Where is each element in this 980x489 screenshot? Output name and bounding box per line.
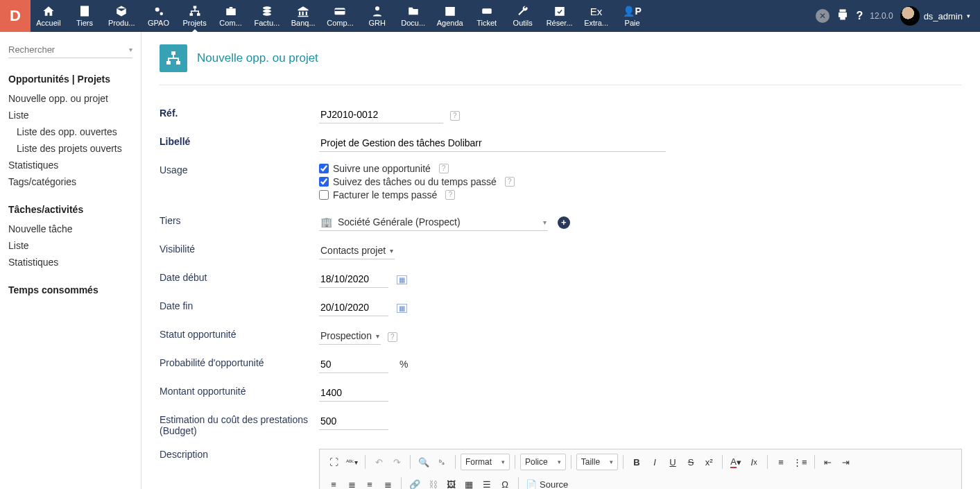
nav-tiers[interactable]: Tiers bbox=[67, 0, 103, 32]
sidebar-item-task-stats[interactable]: Statistiques bbox=[8, 254, 132, 271]
rte-unlink-icon[interactable]: ⛓ bbox=[424, 476, 441, 489]
rte-align-justify-icon[interactable]: ≣ bbox=[379, 476, 396, 489]
nav-facturation[interactable]: Factu... bbox=[249, 0, 286, 32]
nav-commercial[interactable]: Com... bbox=[213, 0, 249, 32]
nav-produits[interactable]: Produ... bbox=[103, 0, 141, 32]
rich-text-editor: ⛶ ᴬᴮᶜ▾ ↶ ↷ 🔍 ᵇₐ Format▾ Police▾ bbox=[319, 449, 962, 489]
statut-value: Prospection bbox=[320, 330, 372, 341]
nav-reservation[interactable]: Réser... bbox=[541, 0, 578, 32]
usage-opportunity-checkbox[interactable] bbox=[319, 164, 329, 173]
sidebar-item-list[interactable]: Liste bbox=[8, 107, 132, 123]
rte-undo-icon[interactable]: ↶ bbox=[370, 454, 387, 470]
user-menu[interactable]: ds_admin ▾ bbox=[900, 6, 970, 26]
nav-accueil[interactable]: Accueil bbox=[31, 0, 67, 32]
rte-numbered-list-icon[interactable]: ≡ bbox=[773, 454, 789, 470]
libelle-input[interactable] bbox=[319, 135, 666, 152]
home-icon bbox=[42, 5, 55, 17]
rte-strike-icon[interactable]: S bbox=[682, 454, 699, 470]
sidebar-item-open-proj[interactable]: Liste des projets ouverts bbox=[8, 140, 132, 157]
rte-remove-format-icon[interactable]: Ix bbox=[746, 454, 762, 470]
sidebar-item-open-opp[interactable]: Liste des opp. ouvertes bbox=[8, 123, 132, 140]
nav-label: Extra... bbox=[584, 19, 608, 27]
nav-agenda[interactable]: Agenda bbox=[431, 0, 469, 32]
rte-indent-icon[interactable]: ⇥ bbox=[838, 454, 854, 470]
nav-label: Paie bbox=[625, 19, 640, 27]
rte-superscript-icon[interactable]: x² bbox=[700, 454, 717, 470]
rte-replace-icon[interactable]: ᵇₐ bbox=[433, 454, 450, 470]
svg-point-11 bbox=[375, 6, 379, 10]
bug-icon[interactable]: ✕ bbox=[816, 9, 829, 23]
rte-align-left-icon[interactable]: ≡ bbox=[325, 476, 342, 489]
date-fin-input[interactable] bbox=[319, 299, 388, 316]
usage-tasks-checkbox[interactable] bbox=[319, 177, 329, 187]
add-tiers-button[interactable]: + bbox=[558, 216, 570, 229]
rte-bold-icon[interactable]: B bbox=[628, 454, 645, 470]
chevron-down-icon[interactable]: ▾ bbox=[129, 46, 132, 53]
rte-special-char-icon[interactable]: Ω bbox=[497, 476, 513, 489]
rte-spellcheck-icon[interactable]: ᴬᴮᶜ▾ bbox=[343, 454, 360, 470]
help-icon[interactable]: ? bbox=[505, 177, 515, 187]
tiers-select[interactable]: 🏢 Société Générale (Prospect) ▾ bbox=[319, 214, 548, 231]
ref-input[interactable] bbox=[319, 106, 443, 123]
statut-select[interactable]: Prospection ▾ bbox=[319, 327, 381, 345]
nav-projets[interactable]: Projets bbox=[177, 0, 213, 32]
sidebar-item-task-list[interactable]: Liste bbox=[8, 237, 132, 254]
rte-hr-icon[interactable]: ☰ bbox=[479, 476, 495, 489]
proba-input[interactable] bbox=[319, 356, 388, 373]
rte-redo-icon[interactable]: ↷ bbox=[388, 454, 405, 470]
usage-bill-checkbox[interactable] bbox=[319, 190, 329, 200]
svg-point-8 bbox=[263, 12, 271, 16]
rte-bullet-list-icon[interactable]: ⋮≡ bbox=[791, 454, 809, 470]
page-header: Nouvelle opp. ou projet bbox=[160, 44, 962, 85]
sidebar-item-stats[interactable]: Statistiques bbox=[8, 157, 132, 173]
rte-size-select[interactable]: Taille▾ bbox=[576, 454, 618, 470]
budget-input[interactable] bbox=[319, 413, 388, 430]
rte-link-icon[interactable]: 🔗 bbox=[406, 476, 423, 489]
nav-label: Factu... bbox=[255, 19, 280, 27]
rte-align-center-icon[interactable]: ≣ bbox=[343, 476, 360, 489]
nav-grh[interactable]: GRH bbox=[359, 0, 395, 32]
rte-maximize-icon[interactable]: ⛶ bbox=[325, 454, 342, 470]
rte-font-select[interactable]: Police▾ bbox=[520, 454, 566, 470]
rte-align-right-icon[interactable]: ≡ bbox=[361, 476, 378, 489]
rte-format-select[interactable]: Format▾ bbox=[461, 454, 510, 470]
search-input[interactable] bbox=[8, 44, 129, 55]
sidebar-heading-time[interactable]: Temps consommés bbox=[8, 284, 132, 295]
help-icon[interactable]: ? bbox=[439, 164, 449, 173]
rte-underline-icon[interactable]: U bbox=[664, 454, 681, 470]
calendar-icon[interactable]: ▦ bbox=[397, 304, 407, 313]
nav-label: Comp... bbox=[327, 19, 354, 27]
svg-rect-10 bbox=[335, 10, 345, 11]
sidebar-item-new-task[interactable]: Nouvelle tâche bbox=[8, 221, 132, 237]
app-logo[interactable]: D bbox=[0, 0, 31, 32]
help-icon[interactable]: ? bbox=[856, 10, 863, 22]
nav-gpao[interactable]: GPAO bbox=[141, 0, 177, 32]
visibilite-select[interactable]: Contacts projet ▾ bbox=[319, 242, 395, 259]
rte-italic-icon[interactable]: I bbox=[646, 454, 663, 470]
label-ref: Réf. bbox=[160, 101, 319, 129]
search-wrapper[interactable]: ▾ bbox=[8, 44, 132, 58]
print-icon[interactable] bbox=[836, 8, 849, 24]
nav-documents[interactable]: Docu... bbox=[395, 0, 431, 32]
nav-paie[interactable]: 👤P Paie bbox=[614, 0, 651, 32]
rte-source-button[interactable]: 📄Source bbox=[524, 476, 570, 489]
rte-image-icon[interactable]: 🖼 bbox=[442, 476, 459, 489]
date-debut-input[interactable] bbox=[319, 271, 388, 288]
nav-banque[interactable]: Banq... bbox=[285, 0, 321, 32]
nav-ticket[interactable]: Ticket bbox=[469, 0, 505, 32]
montant-input[interactable] bbox=[319, 384, 388, 402]
sidebar-item-new-opp[interactable]: Nouvelle opp. ou projet bbox=[8, 90, 132, 107]
nav-extra[interactable]: Ex Extra... bbox=[578, 0, 614, 32]
nav-label: GRH bbox=[369, 19, 386, 27]
rte-table-icon[interactable]: ▦ bbox=[461, 476, 477, 489]
nav-comptabilite[interactable]: Comp... bbox=[321, 0, 359, 32]
sidebar-item-tags[interactable]: Tags/catégories bbox=[8, 173, 132, 190]
rte-textcolor-icon[interactable]: A▾ bbox=[728, 454, 744, 470]
nav-outils[interactable]: Outils bbox=[505, 0, 541, 32]
calendar-icon[interactable]: ▦ bbox=[397, 275, 407, 284]
rte-outdent-icon[interactable]: ⇤ bbox=[820, 454, 836, 470]
rte-find-icon[interactable]: 🔍 bbox=[415, 454, 432, 470]
help-icon[interactable]: ? bbox=[450, 111, 460, 121]
help-icon[interactable]: ? bbox=[388, 332, 397, 342]
help-icon[interactable]: ? bbox=[445, 190, 455, 200]
